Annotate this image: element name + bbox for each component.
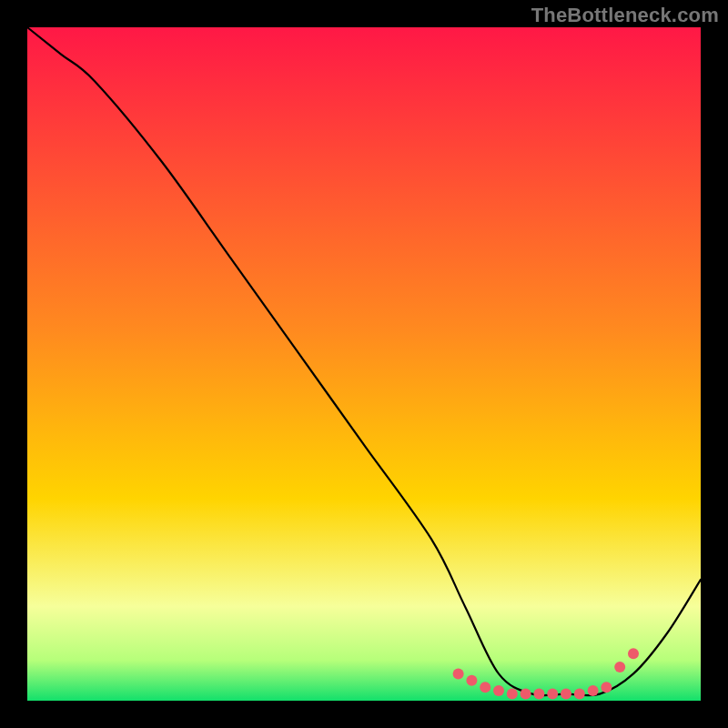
plot-background xyxy=(27,27,701,701)
highlight-dot xyxy=(574,689,585,700)
highlight-dot xyxy=(614,662,625,672)
highlight-dot xyxy=(588,685,599,696)
highlight-dot xyxy=(601,682,612,693)
highlight-dot xyxy=(547,689,558,700)
bottleneck-chart xyxy=(0,0,728,728)
chart-frame: TheBottleneck.com xyxy=(0,0,728,728)
highlight-dot xyxy=(533,689,544,700)
highlight-dot xyxy=(466,675,477,686)
highlight-dot xyxy=(453,668,464,679)
attribution-label: TheBottleneck.com xyxy=(531,4,719,27)
highlight-dot xyxy=(493,685,504,696)
highlight-dot xyxy=(521,689,531,700)
highlight-dot xyxy=(480,682,490,693)
highlight-dot xyxy=(628,648,639,659)
highlight-dot xyxy=(507,689,518,700)
highlight-dot xyxy=(561,689,571,700)
